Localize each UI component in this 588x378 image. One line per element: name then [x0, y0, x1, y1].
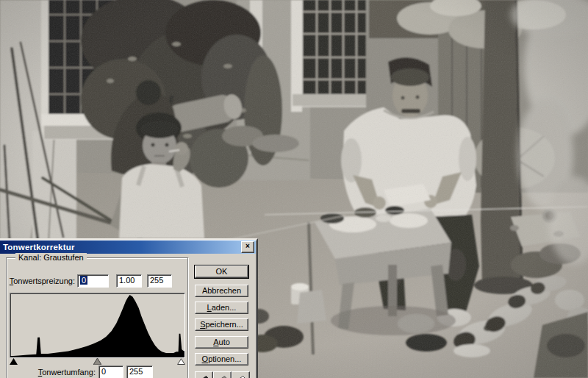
- gray-eyedropper-icon: [217, 375, 228, 378]
- load-button[interactable]: Laden...: [195, 302, 248, 314]
- histogram-panel: [10, 293, 185, 358]
- dialog-titlebar[interactable]: Tonwertkorrektur ×: [0, 240, 256, 254]
- white-point-eyedropper-button[interactable]: [232, 371, 250, 378]
- white-eyedropper-icon: [235, 375, 246, 378]
- black-point-eyedropper-button[interactable]: [195, 371, 213, 378]
- gray-point-eyedropper-button[interactable]: [213, 371, 232, 378]
- highlight-input-slider[interactable]: [177, 358, 185, 365]
- input-highlight-field[interactable]: 255: [147, 274, 172, 288]
- cancel-button[interactable]: Abbrechen: [195, 285, 248, 297]
- input-gamma-field[interactable]: 1.00: [116, 274, 142, 288]
- input-levels-label: Tonwertspreizung:: [8, 274, 75, 288]
- gamma-slider[interactable]: [93, 358, 101, 365]
- auto-button[interactable]: Auto: [195, 336, 248, 349]
- output-levels-label: Tonwertumfang:: [8, 365, 96, 378]
- close-icon[interactable]: ×: [241, 241, 254, 253]
- dialog-title: Tonwertkorrektur: [3, 243, 75, 252]
- options-button[interactable]: Optionen...: [195, 353, 248, 365]
- histogram-chart: [10, 293, 184, 357]
- histogram-polygon: [10, 295, 184, 357]
- output-shadow-field[interactable]: 0: [98, 365, 123, 378]
- levels-dialog: Tonwertkorrektur × Kanal: Graustufen Ton…: [0, 238, 258, 378]
- channel-label: Kanal: Graustufen: [15, 253, 87, 262]
- shadow-input-slider[interactable]: [10, 358, 18, 365]
- save-button[interactable]: Speichern...: [195, 318, 248, 331]
- output-highlight-field[interactable]: 255: [126, 365, 153, 378]
- ok-button[interactable]: OK: [195, 265, 248, 278]
- black-eyedropper-icon: [198, 375, 209, 378]
- input-shadow-field[interactable]: 0: [77, 274, 109, 288]
